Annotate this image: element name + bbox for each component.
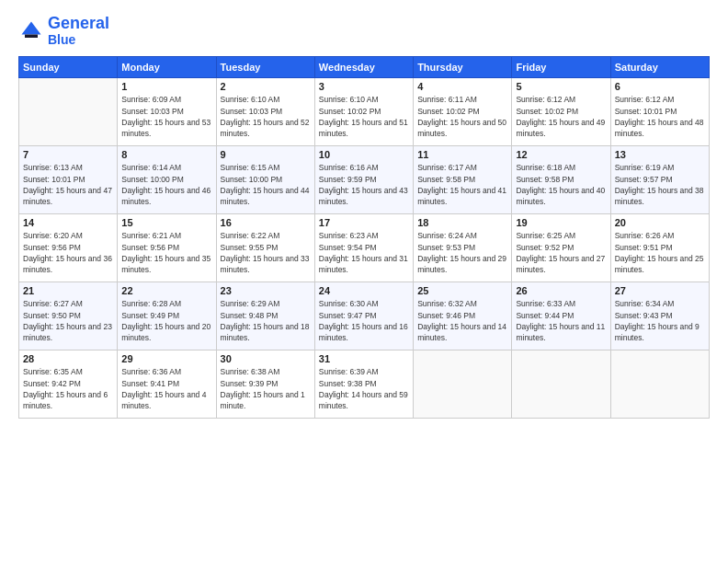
- day-info: Sunrise: 6:12 AMSunset: 10:01 PMDaylight…: [615, 94, 705, 139]
- calendar-cell: 30Sunrise: 6:38 AMSunset: 9:39 PMDayligh…: [216, 350, 314, 419]
- day-info: Sunrise: 6:32 AMSunset: 9:46 PMDaylight:…: [417, 298, 507, 343]
- day-info: Sunrise: 6:26 AMSunset: 9:51 PMDaylight:…: [615, 230, 705, 275]
- calendar-cell: 11Sunrise: 6:17 AMSunset: 9:58 PMDayligh…: [414, 146, 512, 214]
- day-number: 14: [23, 217, 113, 228]
- logo-text: General Blue: [48, 15, 109, 47]
- weekday-thursday: Thursday: [414, 57, 512, 78]
- calendar-cell: 19Sunrise: 6:25 AMSunset: 9:52 PMDayligh…: [512, 214, 610, 282]
- calendar-cell: 29Sunrise: 6:36 AMSunset: 9:41 PMDayligh…: [118, 350, 216, 419]
- day-number: 4: [417, 81, 507, 92]
- day-info: Sunrise: 6:10 AMSunset: 10:03 PMDaylight…: [221, 94, 311, 139]
- day-number: 23: [221, 285, 311, 296]
- calendar-cell: 14Sunrise: 6:20 AMSunset: 9:56 PMDayligh…: [19, 214, 118, 282]
- day-number: 26: [516, 285, 606, 296]
- calendar-cell: 2Sunrise: 6:10 AMSunset: 10:03 PMDayligh…: [216, 78, 314, 146]
- calendar-cell: 10Sunrise: 6:16 AMSunset: 9:59 PMDayligh…: [314, 146, 413, 214]
- calendar-cell: 31Sunrise: 6:39 AMSunset: 9:38 PMDayligh…: [314, 350, 413, 419]
- calendar-table: SundayMondayTuesdayWednesdayThursdayFrid…: [18, 56, 710, 419]
- calendar-cell: 24Sunrise: 6:30 AMSunset: 9:47 PMDayligh…: [314, 282, 413, 350]
- day-info: Sunrise: 6:15 AMSunset: 10:00 PMDaylight…: [221, 162, 311, 207]
- week-row-4: 21Sunrise: 6:27 AMSunset: 9:50 PMDayligh…: [19, 282, 710, 350]
- day-number: 19: [516, 217, 606, 228]
- day-number: 16: [221, 217, 311, 228]
- day-number: 21: [23, 285, 113, 296]
- day-number: 30: [221, 353, 311, 364]
- day-info: Sunrise: 6:17 AMSunset: 9:58 PMDaylight:…: [417, 162, 507, 207]
- calendar-cell: [512, 350, 610, 419]
- day-number: 28: [23, 353, 113, 364]
- calendar-cell: 8Sunrise: 6:14 AMSunset: 10:00 PMDayligh…: [118, 146, 216, 214]
- day-info: Sunrise: 6:39 AMSunset: 9:38 PMDaylight:…: [319, 366, 409, 411]
- calendar-cell: 12Sunrise: 6:18 AMSunset: 9:58 PMDayligh…: [512, 146, 610, 214]
- calendar-cell: 28Sunrise: 6:35 AMSunset: 9:42 PMDayligh…: [19, 350, 118, 419]
- day-number: 5: [516, 81, 606, 92]
- day-number: 2: [221, 81, 311, 92]
- day-info: Sunrise: 6:19 AMSunset: 9:57 PMDaylight:…: [615, 162, 705, 207]
- calendar-cell: 15Sunrise: 6:21 AMSunset: 9:56 PMDayligh…: [118, 214, 216, 282]
- calendar-cell: 9Sunrise: 6:15 AMSunset: 10:00 PMDayligh…: [216, 146, 314, 214]
- day-number: 1: [121, 81, 211, 92]
- day-info: Sunrise: 6:12 AMSunset: 10:02 PMDaylight…: [516, 94, 606, 139]
- day-info: Sunrise: 6:21 AMSunset: 9:56 PMDaylight:…: [121, 230, 211, 275]
- week-row-3: 14Sunrise: 6:20 AMSunset: 9:56 PMDayligh…: [19, 214, 710, 282]
- calendar-cell: [19, 78, 118, 146]
- day-info: Sunrise: 6:10 AMSunset: 10:02 PMDaylight…: [319, 94, 409, 139]
- day-info: Sunrise: 6:14 AMSunset: 10:00 PMDaylight…: [121, 162, 211, 207]
- day-info: Sunrise: 6:30 AMSunset: 9:47 PMDaylight:…: [319, 298, 409, 343]
- day-info: Sunrise: 6:09 AMSunset: 10:03 PMDaylight…: [121, 94, 211, 139]
- calendar-cell: 6Sunrise: 6:12 AMSunset: 10:01 PMDayligh…: [610, 78, 709, 146]
- day-number: 7: [23, 149, 113, 160]
- day-number: 25: [417, 285, 507, 296]
- day-info: Sunrise: 6:13 AMSunset: 10:01 PMDaylight…: [23, 162, 113, 207]
- calendar-cell: 4Sunrise: 6:11 AMSunset: 10:02 PMDayligh…: [414, 78, 512, 146]
- weekday-friday: Friday: [512, 57, 610, 78]
- weekday-wednesday: Wednesday: [314, 57, 413, 78]
- day-number: 12: [516, 149, 606, 160]
- calendar-body: 1Sunrise: 6:09 AMSunset: 10:03 PMDayligh…: [19, 78, 710, 419]
- day-number: 13: [615, 149, 705, 160]
- day-number: 24: [319, 285, 409, 296]
- day-info: Sunrise: 6:25 AMSunset: 9:52 PMDaylight:…: [516, 230, 606, 275]
- calendar-cell: 17Sunrise: 6:23 AMSunset: 9:54 PMDayligh…: [314, 214, 413, 282]
- calendar-cell: 20Sunrise: 6:26 AMSunset: 9:51 PMDayligh…: [610, 214, 709, 282]
- day-number: 11: [417, 149, 507, 160]
- day-number: 20: [615, 217, 705, 228]
- day-number: 8: [121, 149, 211, 160]
- day-number: 9: [221, 149, 311, 160]
- logo: General Blue: [18, 15, 109, 47]
- day-info: Sunrise: 6:33 AMSunset: 9:44 PMDaylight:…: [516, 298, 606, 343]
- weekday-saturday: Saturday: [610, 57, 709, 78]
- day-number: 17: [319, 217, 409, 228]
- weekday-monday: Monday: [118, 57, 216, 78]
- day-info: Sunrise: 6:38 AMSunset: 9:39 PMDaylight:…: [221, 366, 311, 411]
- weekday-header-row: SundayMondayTuesdayWednesdayThursdayFrid…: [19, 57, 710, 78]
- day-number: 6: [615, 81, 705, 92]
- week-row-1: 1Sunrise: 6:09 AMSunset: 10:03 PMDayligh…: [19, 78, 710, 146]
- calendar-cell: 1Sunrise: 6:09 AMSunset: 10:03 PMDayligh…: [118, 78, 216, 146]
- day-info: Sunrise: 6:23 AMSunset: 9:54 PMDaylight:…: [319, 230, 409, 275]
- week-row-2: 7Sunrise: 6:13 AMSunset: 10:01 PMDayligh…: [19, 146, 710, 214]
- day-info: Sunrise: 6:24 AMSunset: 9:53 PMDaylight:…: [417, 230, 507, 275]
- calendar-cell: 23Sunrise: 6:29 AMSunset: 9:48 PMDayligh…: [216, 282, 314, 350]
- day-number: 27: [615, 285, 705, 296]
- calendar-cell: 18Sunrise: 6:24 AMSunset: 9:53 PMDayligh…: [414, 214, 512, 282]
- day-info: Sunrise: 6:27 AMSunset: 9:50 PMDaylight:…: [23, 298, 113, 343]
- calendar-cell: 3Sunrise: 6:10 AMSunset: 10:02 PMDayligh…: [314, 78, 413, 146]
- calendar-cell: 7Sunrise: 6:13 AMSunset: 10:01 PMDayligh…: [19, 146, 118, 214]
- calendar-cell: 25Sunrise: 6:32 AMSunset: 9:46 PMDayligh…: [414, 282, 512, 350]
- day-number: 31: [319, 353, 409, 364]
- day-info: Sunrise: 6:28 AMSunset: 9:49 PMDaylight:…: [121, 298, 211, 343]
- day-info: Sunrise: 6:34 AMSunset: 9:43 PMDaylight:…: [615, 298, 705, 343]
- calendar-cell: 22Sunrise: 6:28 AMSunset: 9:49 PMDayligh…: [118, 282, 216, 350]
- week-row-5: 28Sunrise: 6:35 AMSunset: 9:42 PMDayligh…: [19, 350, 710, 419]
- day-info: Sunrise: 6:16 AMSunset: 9:59 PMDaylight:…: [319, 162, 409, 207]
- calendar-cell: 27Sunrise: 6:34 AMSunset: 9:43 PMDayligh…: [610, 282, 709, 350]
- day-number: 3: [319, 81, 409, 92]
- day-info: Sunrise: 6:18 AMSunset: 9:58 PMDaylight:…: [516, 162, 606, 207]
- weekday-tuesday: Tuesday: [216, 57, 314, 78]
- svg-rect-1: [25, 34, 38, 38]
- day-number: 18: [417, 217, 507, 228]
- day-info: Sunrise: 6:20 AMSunset: 9:56 PMDaylight:…: [23, 230, 113, 275]
- day-info: Sunrise: 6:29 AMSunset: 9:48 PMDaylight:…: [221, 298, 311, 343]
- calendar-cell: 5Sunrise: 6:12 AMSunset: 10:02 PMDayligh…: [512, 78, 610, 146]
